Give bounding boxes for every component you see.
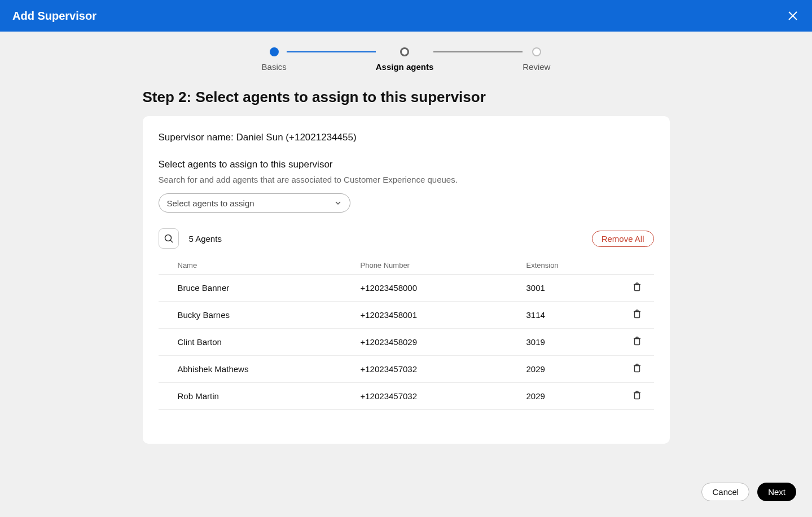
table-row: Bucky Barnes+120234580013114 (159, 302, 654, 329)
delete-agent-button[interactable] (620, 282, 654, 294)
cancel-button[interactable]: Cancel (701, 483, 749, 501)
remove-all-button[interactable]: Remove All (592, 231, 654, 247)
svg-rect-8 (634, 339, 639, 345)
table-body: Bruce Banner+120234580003001Bucky Barnes… (159, 275, 654, 410)
delete-agent-button[interactable] (620, 336, 654, 348)
delete-agent-button[interactable] (620, 309, 654, 321)
trash-icon (633, 336, 642, 348)
col-header-name: Name (178, 261, 361, 269)
wizard-stepper: Basics Assign agents Review (0, 32, 812, 83)
table-row: Abhishek Mathews+120234570322029 (159, 356, 654, 383)
chevron-down-icon (334, 199, 342, 207)
agent-select-dropdown[interactable]: Select agents to assign (159, 193, 350, 213)
step-basics[interactable]: Basics (262, 47, 287, 72)
agent-name: Clint Barton (178, 337, 361, 347)
trash-icon (633, 309, 642, 321)
step-assign-agents[interactable]: Assign agents (376, 47, 434, 72)
table-header-row: Name Phone Number Extension (159, 257, 654, 275)
step-circle-pending-icon (532, 47, 541, 56)
col-header-extension: Extension (507, 261, 620, 269)
agent-name: Rob Martin (178, 391, 361, 401)
next-button[interactable]: Next (757, 483, 796, 501)
svg-rect-10 (634, 366, 639, 372)
step-circle-current-icon (400, 47, 409, 56)
svg-rect-6 (634, 312, 639, 318)
agent-phone: +12023457032 (361, 364, 507, 374)
agents-toolbar: 5 Agents Remove All (159, 228, 654, 249)
svg-point-2 (165, 235, 171, 241)
agent-phone: +12023458000 (361, 283, 507, 293)
step-connector (287, 51, 376, 52)
supervisor-name-line: Supervisor name: Daniel Sun (+1202123445… (159, 132, 654, 143)
page-title: Step 2: Select agents to assign to this … (143, 89, 670, 106)
content-card: Supervisor name: Daniel Sun (+1202123445… (143, 116, 670, 444)
agent-name: Bruce Banner (178, 283, 361, 293)
section-help-text: Search for and add agents that are assoc… (159, 175, 654, 184)
agent-extension: 3114 (507, 310, 620, 320)
agent-name: Bucky Barnes (178, 310, 361, 320)
svg-rect-4 (634, 285, 639, 291)
table-row: Clint Barton+120234580293019 (159, 329, 654, 356)
agent-phone: +12023458001 (361, 310, 507, 320)
close-icon (787, 10, 798, 21)
search-icon (164, 233, 174, 244)
agents-count: 5 Agents (189, 234, 222, 244)
step-label: Basics (262, 62, 287, 72)
agent-phone: +12023457032 (361, 391, 507, 401)
agent-name: Abhishek Mathews (178, 364, 361, 374)
select-placeholder: Select agents to assign (167, 198, 254, 208)
col-header-phone: Phone Number (361, 261, 507, 269)
footer-actions: Cancel Next (701, 483, 796, 501)
agents-table: Name Phone Number Extension Bruce Banner… (159, 257, 654, 410)
trash-icon (633, 363, 642, 375)
delete-agent-button[interactable] (620, 390, 654, 402)
table-row: Rob Martin+120234570322029 (159, 383, 654, 410)
step-connector (433, 51, 523, 52)
delete-agent-button[interactable] (620, 363, 654, 375)
step-circle-done-icon (270, 47, 279, 56)
step-review[interactable]: Review (523, 47, 550, 72)
svg-rect-12 (634, 393, 639, 399)
modal-header: Add Supervisor (0, 0, 812, 32)
table-row: Bruce Banner+120234580003001 (159, 275, 654, 302)
agent-extension: 2029 (507, 391, 620, 401)
step-label: Review (523, 62, 550, 72)
trash-icon (633, 390, 642, 402)
trash-icon (633, 282, 642, 294)
step-label: Assign agents (376, 62, 434, 72)
agent-extension: 3019 (507, 337, 620, 347)
svg-line-3 (170, 240, 173, 242)
section-subtitle: Select agents to assign to this supervis… (159, 159, 654, 170)
search-button[interactable] (159, 228, 179, 249)
modal-title: Add Supervisor (12, 10, 96, 23)
close-button[interactable] (786, 9, 800, 23)
agent-extension: 2029 (507, 364, 620, 374)
agent-extension: 3001 (507, 283, 620, 293)
agent-phone: +12023458029 (361, 337, 507, 347)
